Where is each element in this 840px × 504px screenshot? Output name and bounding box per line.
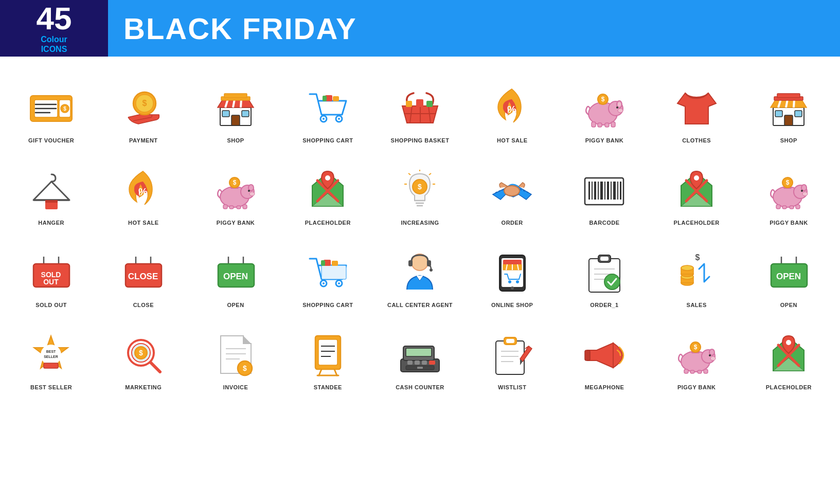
hanger-label: HANGER [38,219,64,226]
svg-rect-42 [598,123,602,127]
icon-cell-sales: $ SALES [651,231,743,314]
shopping-basket-icon [397,85,443,132]
svg-text:$: $ [695,253,700,262]
hot-sale2-icon: % [120,168,167,214]
payment-icon: $ [120,85,167,132]
shop2-icon [765,85,812,132]
icon-cell-invoice: $ INVOICE [189,314,281,396]
icon-cell-standee: STANDEE [282,314,374,396]
best-seller-icon: BEST SELLER [28,332,75,379]
svg-rect-68 [237,206,241,209]
payment-label: PAYMENT [129,137,157,144]
marketing-icon: $ [120,332,167,379]
icon-cell-online-shop: ONLINE SHOP [466,231,558,314]
svg-rect-33 [416,99,423,107]
call-center-agent-label: CALL CENTER AGENT [387,301,453,309]
svg-rect-201 [417,367,423,369]
icon-cell-barcode: BARCODE [558,149,650,231]
svg-text:CLOSE: CLOSE [128,272,158,281]
shopping-cart1-icon [305,85,351,132]
svg-line-190 [319,369,321,375]
increasing-label: INCREASING [401,219,439,226]
icon-cell-shopping-cart2: SHOPPING CART [282,231,374,314]
piggy-bank3-icon: $ [765,168,812,214]
svg-rect-21 [333,96,339,101]
icon-cell-piggy-bank4: $ PIGGY BANK [651,314,743,396]
icon-cell-shopping-basket: SHOPPING BASKET [374,67,466,149]
standee-icon [305,332,351,379]
shop1-label: SHOP [227,137,244,144]
svg-rect-133 [332,261,338,266]
svg-text:%: % [507,104,516,115]
svg-point-142 [430,268,433,272]
invoice-label: INVOICE [223,384,248,391]
close-icon: CLOSE [120,250,167,296]
icon-cell-order: ORDER [466,149,558,231]
svg-text:$: $ [786,179,790,186]
placeholder3-icon [765,332,812,379]
hot-sale1-icon: % [489,85,535,132]
svg-rect-98 [613,182,616,200]
online-shop-label: ONLINE SHOP [491,301,533,309]
best-seller-label: BEST SELLER [30,384,72,391]
header-right: BLACK FRIDAY [108,0,840,57]
sales-icon: $ [673,250,720,296]
svg-rect-209 [585,350,590,361]
svg-point-213 [709,354,711,356]
clothes-label: CLOTHES [682,137,711,144]
svg-rect-59 [45,200,58,203]
svg-point-158 [604,274,620,290]
piggy-bank4-icon: $ [673,332,720,379]
svg-rect-92 [594,182,596,200]
icon-cell-increasing: $ INCREASING [374,149,466,231]
svg-rect-95 [604,182,605,200]
shop1-icon [212,85,259,132]
svg-rect-56 [777,94,800,98]
online-shop-icon [489,250,535,296]
icon-cell-call-center-agent: CALL CENTER AGENT [374,231,466,314]
icon-cell-megaphone: MEGAPHONE [558,314,650,396]
piggy-bank1-label: PIGGY BANK [585,137,623,144]
close-label: CLOSE [133,301,154,309]
order-label: ORDER [502,219,523,226]
icon-cell-sold-out: SOLD OUT SOLD OUT [5,231,97,314]
svg-text:$: $ [418,183,422,191]
svg-point-110 [802,192,808,196]
svg-rect-215 [684,369,688,373]
placeholder1-label: PLACEHOLDER [305,219,351,226]
svg-rect-174 [44,363,58,368]
placeholder3-label: PLACEHOLDER [766,384,812,391]
svg-rect-96 [607,182,609,200]
svg-line-191 [334,369,337,375]
gift-voucher-icon: $ [28,85,75,132]
svg-rect-43 [605,123,609,127]
standee-label: STANDEE [314,384,342,391]
icon-cell-open2: OPEN OPEN [743,231,835,314]
placeholder2-label: PLACEHOLDER [674,219,720,226]
icon-cell-clothes: CLOTHES [651,67,743,149]
svg-rect-186 [318,339,337,365]
svg-point-39 [616,106,618,109]
svg-rect-67 [229,206,234,209]
svg-point-65 [249,192,255,196]
icon-cell-placeholder1: PLACEHOLDER [282,149,374,231]
svg-point-77 [325,175,330,181]
icon-cell-piggy-bank2: $ PIGGY BANK [189,149,281,231]
increasing-icon: $ [397,168,443,214]
barcode-icon [581,168,628,214]
svg-rect-22 [323,96,327,101]
svg-rect-19 [224,94,247,98]
svg-rect-113 [790,206,794,209]
svg-point-88 [504,186,520,196]
svg-text:$: $ [63,106,66,112]
svg-rect-199 [429,361,435,365]
marketing-label: MARKETING [125,384,162,391]
svg-rect-131 [321,265,346,279]
piggy-bank3-label: PIGGY BANK [770,219,808,226]
svg-line-84 [429,173,431,175]
svg-rect-44 [611,122,615,127]
shopping-cart2-icon [305,250,351,296]
svg-point-151 [511,286,514,290]
svg-rect-12 [231,115,240,125]
open1-icon: OPEN [212,250,259,296]
